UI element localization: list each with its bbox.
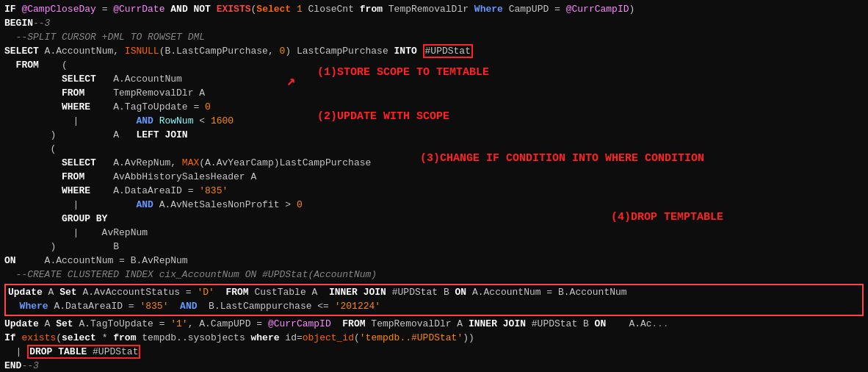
line-13: FROM AvAbbHistorySalesHeader A bbox=[4, 171, 864, 185]
line-12: SELECT A.AvRepNum, MAX(A.AvYearCamp)Last… bbox=[4, 157, 864, 171]
line-18: ) B bbox=[4, 240, 864, 254]
line-10: ) A LEFT JOIN bbox=[4, 129, 864, 143]
line-17: | AvRepNum bbox=[4, 226, 864, 240]
line-6: SELECT A.AccountNum bbox=[4, 73, 864, 87]
line-7: FROM TempRemovalDlr A bbox=[4, 87, 864, 101]
line-9: | AND RowNum < 1600 bbox=[4, 115, 864, 129]
line-20: --CREATE CLUSTERED INDEX cix_AccountNum … bbox=[4, 268, 864, 282]
line-2: BEGIN--3 bbox=[4, 17, 864, 31]
line-8: WHERE A.TagToUpdate = 0 bbox=[4, 101, 864, 115]
update-block: Update A Set A.AvAccountStatus = 'D' FRO… bbox=[4, 284, 864, 316]
line-15: | AND A.AvNetSalesNonProfit > 0 bbox=[4, 198, 864, 212]
line-24: If exists(select * from tempdb..sysobjec… bbox=[4, 332, 864, 346]
line-22: Where A.DataAreaID = '835' AND B.LastCam… bbox=[8, 300, 860, 314]
code-editor: IF @CampCloseDay = @CurrDate AND NOT EXI… bbox=[0, 0, 868, 372]
line-1: IF @CampCloseDay = @CurrDate AND NOT EXI… bbox=[4, 3, 864, 17]
line-26: END--3 bbox=[4, 360, 864, 372]
line-11: ( bbox=[4, 143, 864, 157]
line-16: GROUP BY bbox=[4, 212, 864, 226]
line-21: Update A Set A.AvAccountStatus = 'D' FRO… bbox=[8, 286, 860, 300]
line-19: ON A.AccountNum = B.AvRepNum bbox=[4, 254, 864, 268]
line-3: --SPLIT CURSOR +DML TO ROWSET DML bbox=[4, 31, 864, 45]
upd-stat-box-1: #UPDStat bbox=[423, 44, 473, 58]
line-5: FROM ( bbox=[4, 59, 864, 73]
line-4: SELECT A.AccountNum, ISNULL(B.LastCampPu… bbox=[4, 45, 864, 59]
drop-table-box: DROP TABLE #UPDStat bbox=[27, 345, 140, 359]
line-14: WHERE A.DataAreaID = '835' bbox=[4, 185, 864, 198]
line-25: | DROP TABLE #UPDStat bbox=[4, 346, 864, 360]
line-23: Update A Set A.TagToUpdate = '1', A.Camp… bbox=[4, 318, 864, 332]
